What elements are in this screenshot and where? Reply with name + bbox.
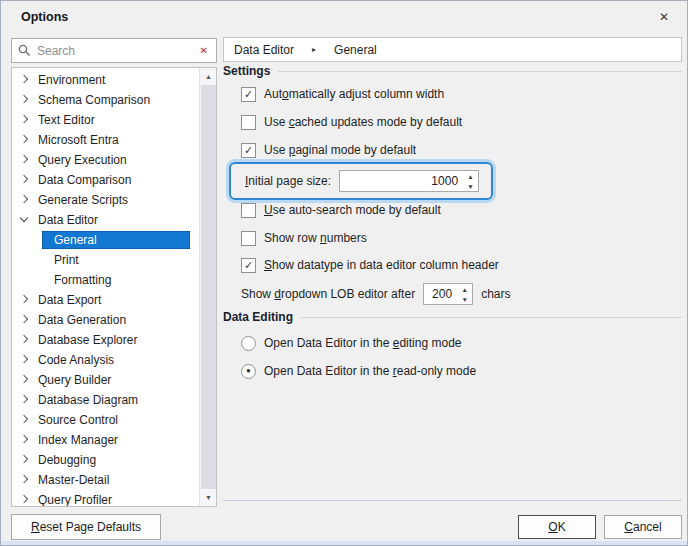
sidebar-item-query-profiler[interactable]: Query Profiler (12, 490, 199, 507)
sidebar-item-data-editor[interactable]: Data Editor (12, 210, 199, 230)
spin-up-icon[interactable]: ▲ (463, 171, 478, 181)
sidebar-item-query-builder[interactable]: Query Builder (12, 370, 199, 390)
sidebar-item-database-explorer[interactable]: Database Explorer (12, 330, 199, 350)
spinner-arrows: ▲ ▼ (457, 284, 472, 304)
checkbox-auto-adjust-width[interactable]: ✓ Automatically adjust column width (241, 86, 444, 102)
sidebar-item-generate-scripts[interactable]: Generate Scripts (12, 190, 199, 210)
breadcrumb-item: General (334, 43, 377, 57)
group-divider (278, 71, 682, 72)
radio-editing-mode[interactable]: Open Data Editor in the editing mode (241, 335, 461, 351)
sidebar-item-formatting[interactable]: Formatting (12, 270, 199, 290)
spin-down-icon[interactable]: ▼ (463, 181, 478, 191)
settings-group-header: Settings (223, 63, 682, 79)
tree-item-label: Index Manager (38, 433, 118, 447)
spin-down-icon[interactable]: ▼ (457, 294, 472, 304)
tree-item-label: Formatting (42, 271, 190, 289)
scroll-up-icon[interactable]: ▲ (200, 68, 217, 85)
sidebar-item-master-detail[interactable]: Master-Detail (12, 470, 199, 490)
tree-item-label: Database Explorer (38, 333, 137, 347)
checkbox-auto-search[interactable]: Use auto-search mode by default (241, 202, 441, 218)
radio-selected-icon[interactable]: ● (241, 364, 256, 379)
group-title: Data Editing (223, 310, 293, 324)
sidebar-item-source-control[interactable]: Source Control (12, 410, 199, 430)
sidebar-item-schema-comparison[interactable]: Schema Comparison (12, 90, 199, 110)
sidebar-item-query-execution[interactable]: Query Execution (12, 150, 199, 170)
radio-label: Open Data Editor in the editing mode (264, 336, 461, 350)
sidebar-item-microsoft-entra[interactable]: Microsoft Entra (12, 130, 199, 150)
chevron-right-icon (20, 115, 30, 125)
checkbox-show-row-numbers[interactable]: Show row numbers (241, 230, 367, 246)
chevron-right-icon (20, 455, 30, 465)
checkbox-checked-icon[interactable]: ✓ (241, 258, 256, 273)
tree-item-label: Text Editor (38, 113, 95, 127)
reset-page-defaults-button[interactable]: Reset Page Defaults (11, 514, 161, 540)
chevron-right-icon (20, 355, 30, 365)
sidebar-item-print[interactable]: Print (12, 250, 199, 270)
sidebar-item-environment[interactable]: Environment (12, 70, 199, 90)
tree-item-label: Environment (38, 73, 105, 87)
lob-chars-input[interactable] (424, 287, 457, 301)
checkbox-paginal-mode[interactable]: ✓ Use paginal mode by default (241, 142, 416, 158)
sidebar-item-data-comparison[interactable]: Data Comparison (12, 170, 199, 190)
initial-page-size-stepper: ▲ ▼ (339, 170, 479, 192)
ok-button[interactable]: OK (518, 515, 596, 539)
chevron-right-icon (20, 295, 30, 305)
search-icon (18, 44, 31, 57)
checkbox-checked-icon[interactable]: ✓ (241, 87, 256, 102)
checkbox-cached-updates[interactable]: Use cached updates mode by default (241, 114, 462, 130)
radio-read-only-mode[interactable]: ● Open Data Editor in the read-only mode (241, 363, 476, 379)
checkbox-show-datatype[interactable]: ✓ Show datatype in data editor column he… (241, 257, 499, 273)
sidebar-item-data-generation[interactable]: Data Generation (12, 310, 199, 330)
chevron-right-icon (20, 95, 30, 105)
cancel-button[interactable]: Cancel (604, 515, 682, 539)
chevron-right-icon (20, 395, 30, 405)
scroll-down-icon[interactable]: ▼ (200, 489, 217, 506)
checkbox-unchecked-icon[interactable] (241, 115, 256, 130)
chevron-right-icon (20, 75, 30, 85)
spinner-arrows: ▲ ▼ (463, 171, 478, 191)
checkbox-label: Automatically adjust column width (264, 87, 444, 101)
clear-search-icon[interactable]: ✕ (198, 45, 210, 56)
checkbox-checked-icon[interactable]: ✓ (241, 143, 256, 158)
search-box: ✕ (11, 38, 217, 63)
tree-item-label: Query Profiler (38, 493, 112, 507)
sidebar-item-code-analysis[interactable]: Code Analysis (12, 350, 199, 370)
chevron-right-icon (20, 375, 30, 385)
spin-up-icon[interactable]: ▲ (457, 284, 472, 294)
sidebar-item-database-diagram[interactable]: Database Diagram (12, 390, 199, 410)
checkbox-label: Show datatype in data editor column head… (264, 258, 499, 272)
tree-item-label: Data Comparison (38, 173, 131, 187)
sidebar-item-debugging[interactable]: Debugging (12, 450, 199, 470)
tree-scrollbar[interactable]: ▲ ▼ (199, 68, 216, 506)
close-icon[interactable]: ✕ (655, 8, 673, 26)
initial-page-size-input[interactable] (340, 174, 463, 188)
sidebar-item-data-export[interactable]: Data Export (12, 290, 199, 310)
sidebar-item-general[interactable]: General (12, 230, 199, 250)
lob-editor-label: Show dropdown LOB editor after (241, 287, 415, 301)
settings-panel: Settings ✓ Automatically adjust column w… (223, 61, 682, 501)
breadcrumb-item[interactable]: Data Editor (234, 43, 294, 57)
chevron-right-icon (20, 195, 30, 205)
tree-item-label: Database Diagram (38, 393, 138, 407)
checkbox-label: Show row numbers (264, 231, 367, 245)
tree-item-label: Query Execution (38, 153, 127, 167)
chevron-right-icon (20, 315, 30, 325)
sidebar-item-index-manager[interactable]: Index Manager (12, 430, 199, 450)
initial-page-size-highlight: Initial page size: ▲ ▼ (229, 162, 493, 200)
tree-item-label: Microsoft Entra (38, 133, 119, 147)
chevron-right-icon (20, 475, 30, 485)
chevron-right-icon (20, 415, 30, 425)
tree-item-label: Debugging (38, 453, 96, 467)
search-input[interactable] (37, 44, 192, 58)
chevron-right-icon (20, 155, 30, 165)
chevron-right-icon (20, 495, 30, 505)
checkbox-unchecked-icon[interactable] (241, 203, 256, 218)
checkbox-label: Use paginal mode by default (264, 143, 416, 157)
window-bottom-border (1, 541, 687, 545)
sidebar-item-text-editor[interactable]: Text Editor (12, 110, 199, 130)
radio-unselected-icon[interactable] (241, 336, 256, 351)
scrollbar-thumb[interactable] (201, 85, 216, 489)
checkbox-label: Use auto-search mode by default (264, 203, 441, 217)
tree-item-label-selected: General (42, 231, 190, 249)
checkbox-unchecked-icon[interactable] (241, 231, 256, 246)
